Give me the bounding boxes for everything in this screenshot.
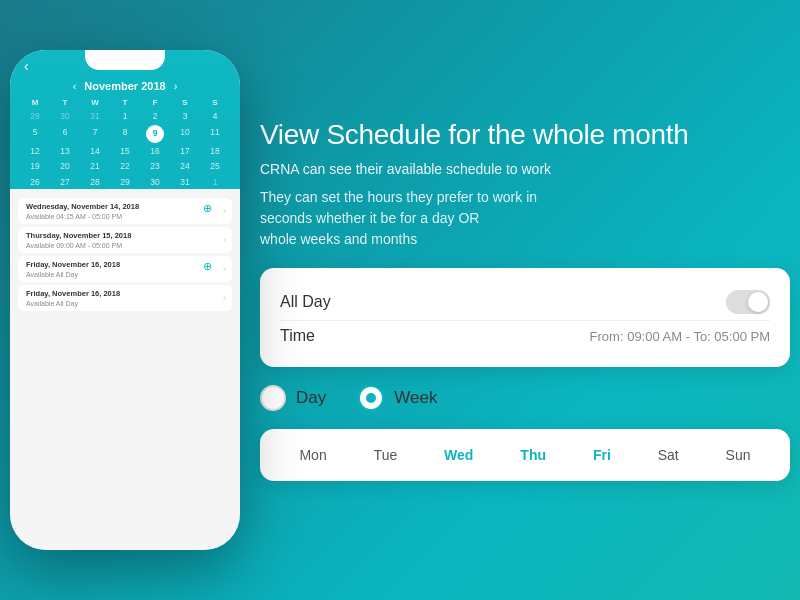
- cal-day[interactable]: 31: [80, 109, 110, 124]
- sched-date: Friday, November 16, 2018: [26, 260, 224, 269]
- chevron-right-icon: ›: [223, 264, 226, 274]
- all-day-label: All Day: [280, 293, 331, 311]
- cal-day[interactable]: 29: [20, 109, 50, 124]
- cal-day-selected[interactable]: 9: [146, 125, 164, 143]
- cal-day[interactable]: 20: [50, 159, 80, 174]
- days-of-week-row: Mon Tue Wed Thu Fri Sat Sun: [260, 429, 790, 481]
- right-panel: View Schedule for the whole month CRNA c…: [260, 109, 790, 491]
- cal-day[interactable]: 23: [140, 159, 170, 174]
- sched-time: Available All Day: [26, 271, 224, 278]
- cal-day[interactable]: 27: [50, 175, 80, 190]
- toggle-knob: [748, 292, 768, 312]
- schedule-list: Wednesday, November 14, 2018 Available 0…: [10, 189, 240, 550]
- cal-day[interactable]: 25: [200, 159, 230, 174]
- heading-section: View Schedule for the whole month CRNA c…: [260, 119, 790, 250]
- add-schedule-icon[interactable]: ⊕: [203, 202, 212, 215]
- heading-subtitle: CRNA can see their available schedule to…: [260, 161, 790, 177]
- all-day-toggle[interactable]: [726, 290, 770, 314]
- heading-body: They can set the hours they prefer to wo…: [260, 187, 790, 250]
- page-title: View Schedule for the whole month: [260, 119, 790, 151]
- cal-day[interactable]: 31: [170, 175, 200, 190]
- time-value: From: 09:00 AM - To: 05:00 PM: [590, 329, 770, 344]
- schedule-item-1[interactable]: Wednesday, November 14, 2018 Available 0…: [18, 198, 232, 224]
- cal-prev-button[interactable]: ‹: [73, 80, 77, 92]
- cal-day[interactable]: 15: [110, 144, 140, 159]
- col-wed: W: [80, 96, 110, 109]
- phone-notch: [85, 50, 165, 70]
- cal-day[interactable]: 1: [200, 175, 230, 190]
- day-fri[interactable]: Fri: [587, 443, 617, 467]
- cal-week-5: 26 27 28 29 30 31 1: [20, 175, 230, 190]
- cal-days-header: M T W T F S S: [20, 96, 230, 109]
- chevron-right-icon: ›: [223, 293, 226, 303]
- col-sat: S: [170, 96, 200, 109]
- cal-day[interactable]: 1: [110, 109, 140, 124]
- day-wed[interactable]: Wed: [438, 443, 479, 467]
- cal-day[interactable]: 17: [170, 144, 200, 159]
- cal-day[interactable]: 12: [20, 144, 50, 159]
- cal-day[interactable]: 29: [110, 175, 140, 190]
- day-thu[interactable]: Thu: [514, 443, 552, 467]
- calendar-weeks: 29 30 31 1 2 3 4 5 6 7 8 9: [20, 109, 230, 189]
- cal-week-4: 19 20 21 22 23 24 25: [20, 159, 230, 174]
- cal-day[interactable]: 3: [170, 109, 200, 124]
- cal-day[interactable]: 14: [80, 144, 110, 159]
- back-arrow-icon[interactable]: ‹: [24, 58, 29, 74]
- col-thu: T: [110, 96, 140, 109]
- add-schedule-icon[interactable]: ⊕: [203, 260, 212, 273]
- cal-day[interactable]: 21: [80, 159, 110, 174]
- calendar-header: ‹ November 2018 ›: [10, 78, 240, 96]
- week-radio-circle[interactable]: [358, 385, 384, 411]
- chevron-right-icon: ›: [223, 235, 226, 245]
- schedule-item-2[interactable]: Thursday, November 15, 2018 Available 09…: [18, 227, 232, 253]
- sched-time: Available 09:00 AM - 05:00 PM: [26, 242, 224, 249]
- cal-day[interactable]: 30: [50, 109, 80, 124]
- col-sun: S: [200, 96, 230, 109]
- cal-day[interactable]: 22: [110, 159, 140, 174]
- day-radio-option[interactable]: Day: [260, 385, 326, 411]
- schedule-item-4[interactable]: Friday, November 16, 2018 Available All …: [18, 285, 232, 311]
- cal-week-3: 12 13 14 15 16 17 18: [20, 144, 230, 159]
- day-sun[interactable]: Sun: [720, 443, 757, 467]
- cal-day[interactable]: 24: [170, 159, 200, 174]
- sched-date: Wednesday, November 14, 2018: [26, 202, 224, 211]
- cal-week-1: 29 30 31 1 2 3 4: [20, 109, 230, 124]
- phone-mockup: ‹ ‹ November 2018 › M T W T F S S: [10, 50, 240, 550]
- col-fri: F: [140, 96, 170, 109]
- all-day-row: All Day: [280, 284, 770, 320]
- main-container: ‹ ‹ November 2018 › M T W T F S S: [10, 15, 790, 585]
- cal-day[interactable]: 6: [50, 125, 80, 143]
- col-tue: T: [50, 96, 80, 109]
- schedule-item-3[interactable]: Friday, November 16, 2018 Available All …: [18, 256, 232, 282]
- cal-week-2: 5 6 7 8 9 10 11: [20, 125, 230, 143]
- time-label: Time: [280, 327, 315, 345]
- sched-time: Available All Day: [26, 300, 224, 307]
- phone-screen: ‹ ‹ November 2018 › M T W T F S S: [10, 50, 240, 550]
- sched-date: Thursday, November 15, 2018: [26, 231, 224, 240]
- col-mon: M: [20, 96, 50, 109]
- cal-day[interactable]: 30: [140, 175, 170, 190]
- week-radio-label: Week: [394, 388, 437, 408]
- day-mon[interactable]: Mon: [293, 443, 332, 467]
- cal-day[interactable]: 4: [200, 109, 230, 124]
- cal-day[interactable]: 26: [20, 175, 50, 190]
- cal-day[interactable]: 18: [200, 144, 230, 159]
- schedule-options-card: All Day Time From: 09:00 AM - To: 05:00 …: [260, 268, 790, 367]
- day-tue[interactable]: Tue: [368, 443, 404, 467]
- day-sat[interactable]: Sat: [652, 443, 685, 467]
- cal-day[interactable]: 2: [140, 109, 170, 124]
- cal-next-button[interactable]: ›: [174, 80, 178, 92]
- cal-day[interactable]: 11: [200, 125, 230, 143]
- cal-day[interactable]: 5: [20, 125, 50, 143]
- cal-day[interactable]: 7: [80, 125, 110, 143]
- cal-day[interactable]: 13: [50, 144, 80, 159]
- view-mode-radio-group: Day Week: [260, 385, 790, 411]
- day-radio-circle[interactable]: [260, 385, 286, 411]
- cal-day[interactable]: 28: [80, 175, 110, 190]
- calendar-month-title: November 2018: [84, 80, 165, 92]
- week-radio-option[interactable]: Week: [358, 385, 437, 411]
- cal-day[interactable]: 19: [20, 159, 50, 174]
- cal-day[interactable]: 10: [170, 125, 200, 143]
- cal-day[interactable]: 16: [140, 144, 170, 159]
- cal-day[interactable]: 8: [110, 125, 140, 143]
